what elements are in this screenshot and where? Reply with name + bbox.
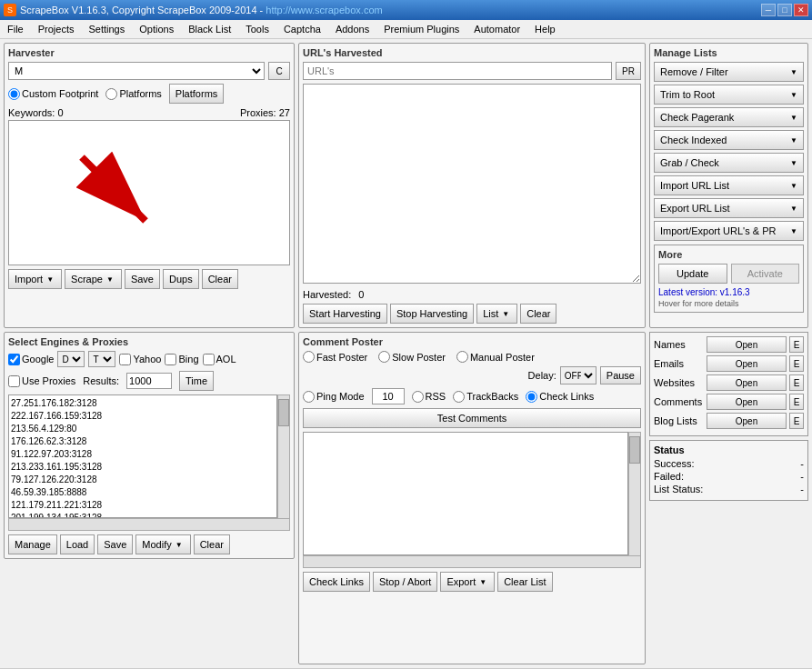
websites-e-button[interactable]: E	[789, 374, 804, 391]
names-open-button[interactable]: Open	[707, 336, 787, 353]
c-button[interactable]: C	[268, 62, 290, 80]
harvester-dropdown[interactable]: M	[8, 62, 265, 80]
menu-item-file[interactable]: File	[0, 22, 31, 36]
export-dropdown-icon[interactable]: ▼	[477, 578, 488, 586]
stop-abort-button[interactable]: Stop / Abort	[373, 572, 437, 592]
stop-harvesting-button[interactable]: Stop Harvesting	[390, 304, 474, 324]
blog-lists-open-button[interactable]: Open	[707, 413, 787, 429]
time-button[interactable]: Time	[179, 371, 214, 391]
engines-title: Select Engines & Proxies	[8, 336, 290, 347]
platforms-button[interactable]: Platforms	[169, 84, 224, 104]
manage-check-pagerank-button[interactable]: Check Pagerank▼	[654, 107, 804, 127]
menu-item-projects[interactable]: Projects	[31, 22, 82, 36]
comments-e-button[interactable]: E	[789, 394, 804, 410]
close-button[interactable]: ✕	[794, 4, 808, 16]
use-proxies-checkbox[interactable]: Use Proxies	[8, 375, 75, 387]
list-item: 121.179.211.221:3128	[11, 499, 275, 512]
pause-button[interactable]: Pause	[600, 366, 641, 384]
list-button[interactable]: List ▼	[476, 304, 517, 324]
blog-lists-e-button[interactable]: E	[789, 413, 804, 429]
manage-check-indexed-button[interactable]: Check Indexed▼	[654, 130, 804, 150]
scrape-button[interactable]: Scrape ▼	[65, 269, 122, 289]
menu-item-addons[interactable]: Addons	[328, 22, 376, 36]
websites-open-button[interactable]: Open	[707, 374, 787, 391]
save-button[interactable]: Save	[125, 269, 160, 289]
emails-open-button[interactable]: Open	[707, 355, 787, 372]
chevron-down-icon: ▼	[790, 136, 797, 145]
d-dropdown[interactable]: D	[57, 351, 85, 367]
menu-item-settings[interactable]: Settings	[81, 22, 132, 36]
clear-button[interactable]: Clear	[202, 269, 238, 289]
fast-poster-radio[interactable]: Fast Poster	[303, 351, 367, 363]
custom-footprint-radio[interactable]: Custom Footprint	[8, 88, 98, 100]
manage-export-url-list-button[interactable]: Export URL List▼	[654, 198, 804, 218]
clear-proxy-button[interactable]: Clear	[194, 534, 230, 554]
names-e-button[interactable]: E	[789, 336, 804, 353]
proxies-label: Proxies:	[240, 107, 276, 118]
menu-item-premium-plugins[interactable]: Premium Plugins	[376, 22, 466, 36]
comments-open-button[interactable]: Open	[707, 394, 787, 410]
urls-area[interactable]	[303, 84, 641, 284]
menu-item-help[interactable]: Help	[527, 22, 563, 36]
clear-list-button[interactable]: Clear List	[497, 572, 552, 592]
menu-item-black-list[interactable]: Black List	[181, 22, 238, 36]
list-dropdown-icon[interactable]: ▼	[500, 310, 511, 318]
chevron-down-icon: ▼	[790, 182, 797, 190]
import-button[interactable]: Import ▼	[8, 269, 62, 289]
emails-e-button[interactable]: E	[789, 355, 804, 372]
chevron-down-icon: ▼	[790, 68, 797, 76]
aol-checkbox[interactable]: AOL	[203, 354, 236, 365]
scrape-dropdown-icon[interactable]: ▼	[105, 275, 115, 284]
urls-input[interactable]	[303, 62, 612, 80]
manage-import-url-list-button[interactable]: Import URL List▼	[654, 175, 804, 195]
fields-panel: Names Open E Emails Open E Websites Open…	[649, 332, 808, 436]
google-checkbox[interactable]: Google	[8, 354, 54, 365]
start-harvesting-button[interactable]: Start Harvesting	[303, 304, 387, 324]
manage-remove-filter-button[interactable]: Remove / Filter▼	[654, 62, 804, 82]
ping-mode-radio[interactable]: Ping Mode	[303, 391, 365, 403]
manual-poster-radio[interactable]: Manual Poster	[456, 351, 535, 363]
manage-lists-title: Manage Lists	[654, 47, 804, 58]
check-links-button[interactable]: Check Links	[303, 572, 370, 592]
activate-button: Activate	[731, 264, 800, 284]
harvested-count: 0	[358, 289, 364, 300]
delay-dropdown[interactable]: OFF	[560, 366, 596, 384]
export-button[interactable]: Export ▼	[440, 572, 495, 592]
rss-radio[interactable]: RSS	[412, 391, 446, 403]
manage-proxy-button[interactable]: Manage	[8, 534, 57, 554]
pr-button[interactable]: PR	[616, 62, 641, 80]
chevron-down-icon: ▼	[790, 159, 797, 167]
slow-poster-radio[interactable]: Slow Poster	[378, 351, 446, 363]
trackbacks-radio[interactable]: TrackBacks	[453, 391, 518, 403]
yahoo-checkbox[interactable]: Yahoo	[119, 354, 161, 365]
menu-item-tools[interactable]: Tools	[238, 22, 276, 36]
load-proxy-button[interactable]: Load	[60, 534, 95, 554]
clear-urls-button[interactable]: Clear	[520, 304, 556, 324]
delay-label: Delay:	[528, 370, 556, 381]
more-title: More	[658, 249, 799, 260]
list-item: 176.126.62.3:3128	[11, 435, 275, 448]
test-comments-button[interactable]: Test Comments	[303, 408, 641, 428]
manage-import-export-url's-pr-button[interactable]: Import/Export URL's & PR▼	[654, 221, 804, 241]
import-dropdown-icon[interactable]: ▼	[45, 275, 55, 284]
menu-item-automator[interactable]: Automator	[466, 22, 527, 36]
manage-grab-check-button[interactable]: Grab / Check▼	[654, 153, 804, 173]
manage-trim-to-root-button[interactable]: Trim to Root▼	[654, 85, 804, 105]
save-proxy-button[interactable]: Save	[97, 534, 133, 554]
minimize-button[interactable]: ─	[761, 4, 776, 16]
modify-proxy-button[interactable]: Modify ▼	[135, 534, 190, 554]
update-button[interactable]: Update	[658, 264, 727, 284]
menu-item-captcha[interactable]: Captcha	[276, 22, 328, 36]
check-links-radio[interactable]: Check Links	[526, 391, 594, 403]
results-input[interactable]	[126, 373, 172, 389]
dups-button[interactable]: Dups	[163, 269, 199, 289]
bing-checkbox[interactable]: Bing	[165, 354, 198, 365]
modify-dropdown-icon[interactable]: ▼	[174, 541, 185, 549]
t-dropdown[interactable]: T	[88, 351, 115, 367]
comment-poster-title: Comment Poster	[303, 336, 641, 347]
platforms-radio[interactable]: Platforms	[105, 88, 161, 100]
ping-value-input[interactable]	[372, 388, 405, 404]
list-item: 222.167.166.159:3128	[11, 410, 275, 423]
maximize-button[interactable]: □	[777, 4, 792, 16]
menu-item-options[interactable]: Options	[132, 22, 181, 36]
